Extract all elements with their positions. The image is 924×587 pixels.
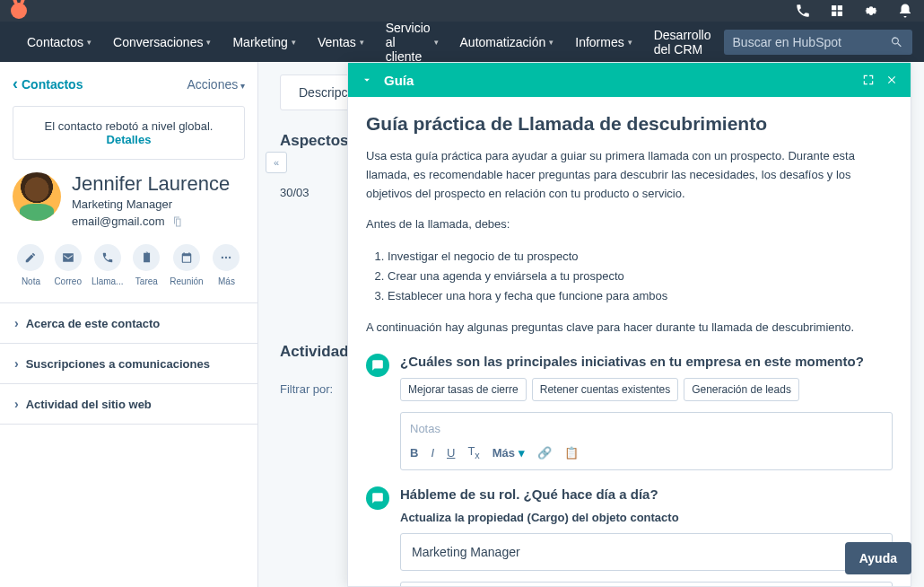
guide-intro: Usa esta guía práctica para ayudar a gui… [366, 147, 893, 203]
search-icon [890, 35, 903, 49]
back-link[interactable]: Contactos [13, 74, 83, 93]
acc-suscripciones[interactable]: Suscripciones a comunicaciones [0, 344, 257, 384]
avatar[interactable] [13, 172, 61, 221]
main-content: Descripci « Aspectos 30/03 ActividadFilt… [258, 62, 924, 587]
guide-after: A continuación hay algunas preguntas cla… [366, 319, 893, 337]
cargo-input[interactable]: Marketing Manager [400, 533, 893, 571]
acc-acerca[interactable]: Acerca de este contacto [0, 303, 257, 344]
action-tarea[interactable]: Tarea [133, 244, 160, 286]
paste-btn[interactable]: 📋 [564, 446, 579, 460]
link-btn[interactable]: 🔗 [537, 446, 552, 460]
search-input[interactable] [733, 35, 890, 49]
svg-point-1 [225, 257, 227, 258]
panel-title: Guía [384, 73, 851, 88]
action-nota[interactable]: Nota [17, 244, 44, 286]
marketplace-icon[interactable] [829, 3, 845, 19]
bell-icon[interactable] [897, 3, 913, 19]
guide-list: Investigar el negocio de tu prospectoCre… [388, 247, 893, 306]
chip-retener[interactable]: Retener cuentas existentes [532, 378, 678, 401]
action-reunion[interactable]: Reunión [170, 244, 203, 286]
italic-btn[interactable]: I [431, 446, 434, 460]
close-icon[interactable] [885, 74, 898, 86]
nav-conversaciones[interactable]: Conversaciones [104, 28, 220, 57]
guide-pre: Antes de la llamada, debes: [366, 215, 893, 234]
help-button[interactable]: Ayuda [845, 542, 911, 574]
clear-format-btn[interactable]: Tx [467, 444, 479, 460]
acciones-dropdown[interactable]: Acciones [187, 77, 245, 92]
question-2-sub: Actualiza la propiedad (Cargo) del objet… [400, 511, 893, 524]
question-2: Hábleme de su rol. ¿Qué hace día a día? [400, 486, 893, 502]
contact-email: email@gmail.com [72, 215, 230, 228]
underline-btn[interactable]: U [447, 446, 455, 460]
gear-icon[interactable] [863, 3, 879, 19]
chevron-down-icon[interactable] [361, 74, 373, 86]
contact-title: Marketing Manager [72, 197, 230, 211]
action-mas[interactable]: Más [213, 244, 240, 286]
expand-icon[interactable] [862, 74, 875, 86]
copy-icon[interactable] [172, 216, 183, 227]
nav-automatizacion[interactable]: Automatización [451, 28, 563, 57]
collapse-sidebar-btn[interactable]: « [266, 152, 287, 173]
chip-cierre[interactable]: Mejorar tasas de cierre [400, 378, 527, 401]
action-llamada[interactable]: Llama... [92, 244, 124, 286]
chat-icon [366, 354, 389, 377]
svg-point-2 [229, 257, 231, 258]
nav-informes[interactable]: Informes [566, 28, 641, 57]
chat-icon [366, 486, 389, 510]
notes-box-2[interactable]: Notas B I U Tx Más ▾ 🔗 📋 [400, 582, 893, 586]
chip-leads[interactable]: Generación de leads [684, 378, 799, 401]
nav-contactos[interactable]: Contactos [18, 28, 100, 57]
guide-panel: Guía Guía práctica de Llamada de descubr… [347, 62, 911, 587]
mas-dropdown[interactable]: Más ▾ [493, 446, 525, 460]
detalles-link[interactable]: Detalles [107, 133, 152, 146]
svg-point-0 [222, 257, 223, 258]
hubspot-logo[interactable] [11, 3, 27, 19]
guide-title: Guía práctica de Llamada de descubrimien… [366, 113, 893, 135]
acc-actividad-web[interactable]: Actividad del sitio web [0, 384, 257, 425]
nav-desarrollo[interactable]: Desarrollo del CRM [645, 21, 720, 64]
notes-box-1[interactable]: Notas B I U Tx Más ▾ 🔗 📋 [400, 412, 893, 470]
contact-sidebar: Contactos Acciones El contacto rebotó a … [0, 62, 258, 587]
question-1: ¿Cuáles son las principales iniciativas … [400, 354, 893, 369]
action-correo[interactable]: Correo [54, 244, 82, 286]
contact-name: Jennifer Laurence [72, 172, 230, 196]
bold-btn[interactable]: B [410, 446, 418, 460]
phone-icon[interactable] [795, 3, 811, 19]
nav-ventas[interactable]: Ventas [309, 28, 373, 57]
main-nav: Contactos Conversaciones Marketing Venta… [0, 22, 924, 62]
nav-marketing[interactable]: Marketing [223, 28, 304, 57]
bounce-alert: El contacto rebotó a nivel global. Detal… [13, 106, 245, 160]
search-box[interactable] [724, 30, 912, 55]
